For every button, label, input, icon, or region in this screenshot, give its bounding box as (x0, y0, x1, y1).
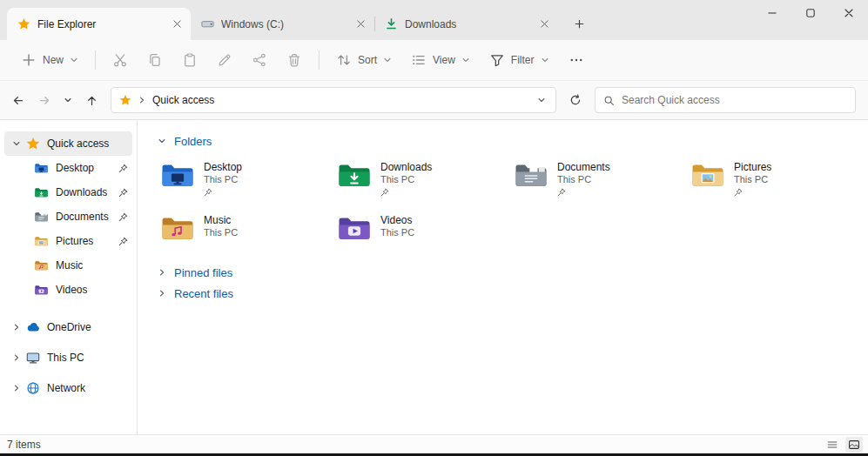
sort-button[interactable]: Sort (327, 45, 400, 75)
tab-close-icon[interactable] (353, 16, 369, 32)
section-header-pinned-files[interactable]: Pinned files (155, 262, 232, 283)
folder-tile-downloads[interactable]: Downloads This PC (332, 158, 508, 205)
expand-chevron-down-icon[interactable] (10, 137, 23, 151)
maximize-button[interactable] (791, 0, 830, 26)
music-folder-icon (160, 215, 195, 243)
delete-button[interactable] (278, 45, 311, 75)
sidebar-item-desktop[interactable]: Desktop (4, 156, 132, 180)
sidebar-item-network[interactable]: Network (4, 376, 132, 400)
sidebar-item-quick-access[interactable]: Quick access (4, 131, 132, 156)
clipboard-icon (182, 52, 198, 68)
sidebar-item-label: Network (47, 382, 85, 394)
folder-tile-grid: Desktop This PC Downloads This PC (155, 158, 854, 258)
titlebar: File Explorer Windows (C:) Downloads (0, 0, 868, 40)
sidebar-item-label: Quick access (47, 137, 109, 150)
recent-locations-button[interactable] (59, 88, 77, 112)
pictures-folder-icon (690, 162, 725, 190)
folder-tile-videos[interactable]: Videos This PC (332, 211, 508, 258)
close-button[interactable] (830, 0, 868, 26)
folder-location: This PC (204, 174, 242, 185)
pin-icon (118, 188, 128, 198)
chevron-down-icon (537, 96, 546, 104)
address-bar[interactable]: Quick access (111, 87, 556, 113)
expand-chevron-right-icon[interactable] (10, 382, 23, 395)
tab-windows-c[interactable]: Windows (C:) (191, 8, 374, 40)
tab-close-icon[interactable] (169, 16, 185, 32)
forward-button[interactable] (32, 88, 57, 112)
up-button[interactable] (79, 88, 104, 112)
thumbnails-view-button[interactable] (845, 437, 863, 453)
downloads-folder-icon (34, 187, 49, 198)
sidebar-item-documents[interactable]: Documents (4, 205, 132, 229)
chevron-down-icon (155, 135, 168, 148)
sidebar-item-onedrive[interactable]: OneDrive (4, 315, 132, 339)
share-button[interactable] (243, 45, 276, 75)
refresh-button[interactable] (563, 88, 588, 112)
refresh-icon (569, 94, 582, 106)
folder-location: This PC (557, 174, 610, 185)
new-tab-button[interactable] (568, 12, 591, 36)
pin-icon (734, 188, 743, 197)
chevron-right-icon (155, 287, 168, 300)
new-button[interactable]: New (12, 45, 87, 75)
tab-strip: File Explorer Windows (C:) Downloads (7, 8, 591, 40)
breadcrumb-location[interactable]: Quick access (152, 94, 214, 106)
more-options-button[interactable] (560, 45, 593, 75)
search-input[interactable] (622, 94, 847, 106)
status-bar: 7 items (0, 434, 868, 453)
details-view-icon (826, 439, 838, 451)
network-globe-icon (26, 381, 40, 395)
paste-button[interactable] (173, 45, 206, 75)
section-header-recent-files[interactable]: Recent files (155, 283, 233, 304)
sidebar-item-downloads[interactable]: Downloads (4, 180, 132, 205)
folder-name: Pictures (734, 161, 771, 173)
section-header-folders[interactable]: Folders (155, 131, 212, 151)
documents-folder-icon (34, 211, 49, 223)
pin-icon (118, 212, 128, 222)
sidebar-item-videos[interactable]: Videos (4, 278, 132, 302)
plus-icon (574, 18, 585, 30)
address-dropdown-button[interactable] (531, 90, 552, 111)
close-icon (844, 9, 853, 17)
folder-tile-documents[interactable]: Documents This PC (508, 158, 685, 205)
forward-arrow-icon (38, 94, 51, 107)
toolbar-separator (95, 50, 96, 70)
pin-icon (118, 164, 128, 173)
filter-button-label: Filter (511, 54, 535, 66)
chevron-right-icon (155, 266, 168, 279)
sidebar-item-music[interactable]: Music (4, 253, 132, 278)
sidebar-item-this-pc[interactable]: This PC (4, 345, 132, 370)
chevron-down-icon (64, 96, 72, 104)
sidebar-item-label: Downloads (56, 186, 107, 198)
folder-tile-pictures[interactable]: Pictures This PC (685, 158, 862, 205)
pin-icon (380, 188, 389, 197)
tab-close-icon[interactable] (536, 16, 553, 32)
expand-chevron-right-icon[interactable] (10, 321, 23, 334)
share-icon (252, 52, 267, 68)
rename-button[interactable] (208, 45, 241, 75)
details-view-button[interactable] (824, 437, 841, 453)
minimize-button[interactable] (753, 0, 791, 26)
back-arrow-icon (11, 94, 24, 107)
computer-icon (26, 351, 40, 365)
back-button[interactable] (5, 88, 30, 112)
filter-button[interactable]: Filter (481, 45, 558, 75)
tab-downloads[interactable]: Downloads (374, 8, 558, 40)
tab-label: File Explorer (37, 18, 162, 30)
expand-chevron-right-icon[interactable] (10, 352, 23, 365)
view-button[interactable]: View (402, 45, 479, 75)
ellipsis-icon (569, 52, 584, 68)
cut-button[interactable] (104, 45, 137, 75)
tab-file-explorer[interactable]: File Explorer (7, 8, 191, 40)
copy-button[interactable] (138, 45, 172, 75)
folder-tile-music[interactable]: Music This PC (155, 211, 332, 258)
sidebar-item-label: This PC (47, 352, 84, 364)
folder-name: Videos (380, 214, 414, 226)
sidebar-item-label: Pictures (56, 235, 93, 247)
sidebar-item-pictures[interactable]: Pictures (4, 229, 132, 253)
view-icon (411, 52, 427, 68)
command-toolbar: New Sort View Filter (0, 40, 868, 81)
folder-tile-desktop[interactable]: Desktop This PC (155, 158, 332, 205)
sidebar-item-label: OneDrive (47, 321, 91, 333)
window-controls (753, 0, 868, 26)
